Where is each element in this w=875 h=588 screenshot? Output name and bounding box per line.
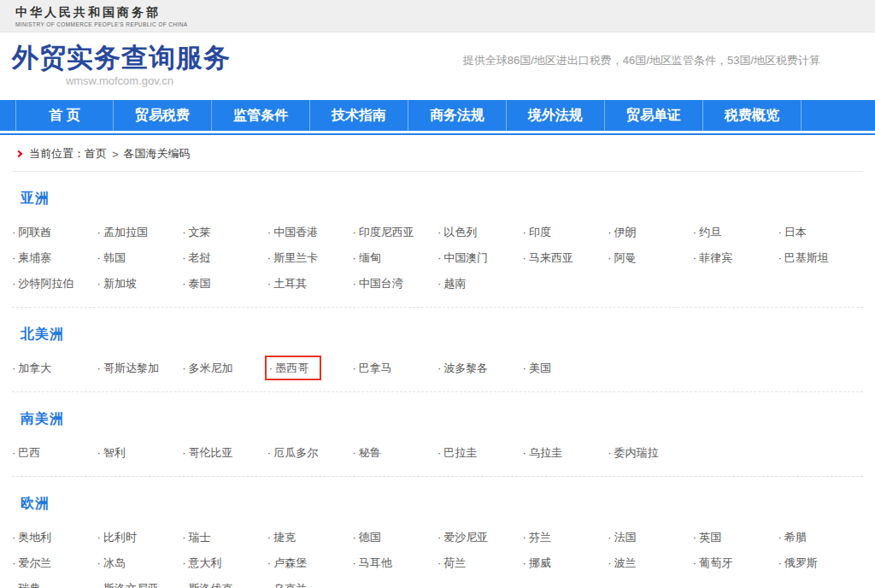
country-link[interactable]: ·冰岛 <box>97 554 183 572</box>
country-link[interactable]: ·爱沙尼亚 <box>438 528 523 546</box>
country-link[interactable]: ·巴拉圭 <box>438 444 523 462</box>
country-link[interactable]: ·芬兰 <box>523 528 608 546</box>
country-link[interactable]: ·阿联酋 <box>12 223 97 241</box>
main-nav: 首 页贸易税费监管条件技术指南商务法规境外法规贸易单证税费概览 <box>0 100 875 131</box>
country-link[interactable]: ·老挝 <box>182 249 267 267</box>
country-link[interactable]: ·土耳其 <box>267 274 353 292</box>
country-link[interactable]: ·德国 <box>352 528 438 546</box>
country-link[interactable]: ·约旦 <box>693 223 778 241</box>
country-link[interactable]: ·中国香港 <box>267 223 353 241</box>
country-link[interactable]: ·卢森堡 <box>267 554 353 572</box>
country-link[interactable]: ·意大利 <box>182 554 267 572</box>
country-link[interactable]: ·俄罗斯 <box>778 554 863 572</box>
country-link[interactable]: ·智利 <box>97 444 183 462</box>
country-link[interactable]: ·中国台湾 <box>352 274 438 292</box>
country-link[interactable]: ·缅甸 <box>352 249 438 267</box>
country-label: 多米尼加 <box>189 362 233 374</box>
country-link[interactable]: ·加拿大 <box>12 359 97 377</box>
country-label: 约旦 <box>699 226 721 238</box>
country-link[interactable]: ·伊朗 <box>608 223 693 241</box>
country-link[interactable]: ·厄瓜多尔 <box>267 444 353 462</box>
country-link[interactable]: ·菲律宾 <box>693 249 778 267</box>
country-link[interactable]: ·哥斯达黎加 <box>97 359 183 377</box>
country-link[interactable]: ·乌拉圭 <box>523 444 608 462</box>
country-link[interactable]: ·马耳他 <box>352 554 438 572</box>
country-link[interactable]: ·巴拿马 <box>352 359 438 377</box>
breadcrumb-home-link[interactable]: 首页 <box>85 146 107 162</box>
country-link[interactable]: ·斯洛伐克 <box>182 579 267 588</box>
country-link[interactable]: ·荷兰 <box>438 554 523 572</box>
country-link[interactable]: ·英国 <box>693 528 778 546</box>
country-link[interactable]: ·马来西亚 <box>523 249 608 267</box>
country-link[interactable]: ·文莱 <box>182 223 267 241</box>
country-link[interactable]: ·阿曼 <box>608 249 693 267</box>
country-link[interactable]: ·美国 <box>523 359 608 377</box>
bullet: · <box>267 226 271 238</box>
site-header: 外贸实务查询服务 wmsw.mofcom.gov.cn 提供全球86国/地区进出… <box>0 32 875 100</box>
country-label: 老挝 <box>189 251 211 264</box>
country-link[interactable]: ·以色列 <box>438 223 523 241</box>
bullet: · <box>97 556 101 569</box>
section-title: 亚洲 <box>21 190 863 208</box>
country-link[interactable]: ·孟加拉国 <box>97 223 183 241</box>
country-link[interactable]: ·沙特阿拉伯 <box>12 274 97 292</box>
country-label: 日本 <box>784 226 807 238</box>
country-link[interactable]: ·新加坡 <box>97 274 183 292</box>
country-label: 斯洛伐克 <box>189 582 233 588</box>
country-link[interactable]: ·柬埔寨 <box>12 249 97 267</box>
bullet: · <box>267 531 271 544</box>
country-grid: ·加拿大·哥斯达黎加·多米尼加·墨西哥·巴拿马·波多黎各·美国 <box>12 359 863 377</box>
nav-item-5[interactable]: 境外法规 <box>507 100 605 131</box>
country-link[interactable]: ·巴基斯坦 <box>778 249 863 267</box>
section-2: 南美洲·巴西·智利·哥伦比亚·厄瓜多尔·秘鲁·巴拉圭·乌拉圭·委内瑞拉 <box>12 391 863 476</box>
country-link[interactable]: ·奥地利 <box>12 528 97 546</box>
country-link[interactable]: ·波多黎各 <box>438 359 523 377</box>
country-link[interactable]: ·印度 <box>523 223 608 241</box>
country-link[interactable]: ·葡萄牙 <box>693 554 778 572</box>
country-link[interactable]: ·多米尼加 <box>182 359 267 377</box>
country-label: 以色列 <box>443 226 477 238</box>
nav-item-7[interactable]: 税费概览 <box>703 100 802 131</box>
country-link[interactable]: ·乌克兰 <box>267 579 353 588</box>
country-link[interactable]: ·斯洛文尼亚 <box>97 579 183 588</box>
breadcrumb-current: 各国海关编码 <box>124 146 191 162</box>
site-title[interactable]: 外贸实务查询服务 <box>12 40 231 76</box>
bullet: · <box>438 362 441 374</box>
country-link[interactable]: ·秘鲁 <box>352 444 438 462</box>
country-link[interactable]: ·比利时 <box>97 528 183 546</box>
country-link[interactable]: ·波兰 <box>608 554 693 572</box>
bullet: · <box>608 226 611 238</box>
country-link[interactable]: ·巴西 <box>12 444 97 462</box>
country-link[interactable]: ·中国澳门 <box>438 249 523 267</box>
country-link[interactable]: ·韩国 <box>97 249 183 267</box>
bullet: · <box>12 226 15 238</box>
breadcrumb: 当前位置： 首页 > 各国海关编码 <box>12 135 863 172</box>
country-link[interactable]: ·印度尼西亚 <box>352 223 438 241</box>
country-link[interactable]: ·泰国 <box>182 274 267 292</box>
country-link[interactable]: ·瑞士 <box>182 528 267 546</box>
country-label: 印度尼西亚 <box>359 226 414 238</box>
breadcrumb-prefix: 当前位置： <box>29 146 85 162</box>
country-link[interactable]: ·法国 <box>608 528 693 546</box>
nav-item-4[interactable]: 商务法规 <box>408 100 507 131</box>
bullet: · <box>182 226 185 238</box>
country-label: 菲律宾 <box>699 251 732 264</box>
nav-item-1[interactable]: 贸易税费 <box>114 100 212 131</box>
nav-item-2[interactable]: 监管条件 <box>212 100 310 131</box>
country-link[interactable]: ·瑞典 <box>12 579 97 588</box>
country-link[interactable]: ·爱尔兰 <box>12 554 97 572</box>
country-link[interactable]: ·哥伦比亚 <box>182 444 267 462</box>
country-label: 波兰 <box>614 556 637 569</box>
country-link[interactable]: ·挪威 <box>523 554 608 572</box>
country-link[interactable]: ·捷克 <box>267 528 353 546</box>
country-link[interactable]: ·越南 <box>438 274 523 292</box>
country-link[interactable]: ·希腊 <box>778 528 863 546</box>
nav-item-3[interactable]: 技术指南 <box>310 100 408 131</box>
nav-item-6[interactable]: 贸易单证 <box>605 100 703 131</box>
country-link[interactable]: ·斯里兰卡 <box>267 249 353 267</box>
country-link[interactable]: ·日本 <box>778 223 863 241</box>
bullet: · <box>182 251 185 264</box>
country-link-highlighted[interactable]: ·墨西哥 <box>267 359 353 377</box>
nav-item-0[interactable]: 首 页 <box>15 100 114 131</box>
country-link[interactable]: ·委内瑞拉 <box>608 444 693 462</box>
